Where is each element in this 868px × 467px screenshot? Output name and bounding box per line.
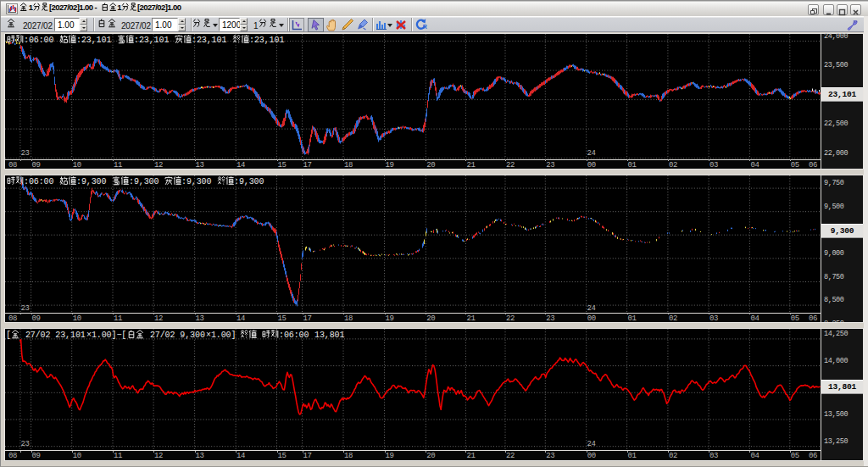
svg-text:R: R — [423, 24, 427, 30]
svg-text::9,300: :9,300 — [129, 177, 159, 186]
svg-text:[2027/02]1.00: [2027/02]1.00 — [137, 3, 181, 12]
svg-text:1: 1 — [117, 3, 122, 12]
svg-text::9,300: :9,300 — [76, 177, 107, 186]
svg-text::23,101: :23,101 — [134, 36, 169, 45]
svg-text:×1.00]: ×1.00] — [206, 331, 236, 340]
svg-text::23,101: :23,101 — [192, 36, 226, 45]
svg-text:[2027/02]1.00 -: [2027/02]1.00 - — [49, 3, 97, 12]
svg-text:27/02 23,101: 27/02 23,101 — [20, 331, 86, 340]
svg-text::06:00: :06:00 — [24, 36, 54, 45]
svg-text::23,101: :23,101 — [249, 36, 284, 45]
svg-text::9,300: :9,300 — [234, 177, 264, 186]
svg-text:×1.00]−[: ×1.00]−[ — [86, 331, 126, 340]
svg-text::9,300: :9,300 — [181, 177, 212, 186]
svg-text:1: 1 — [29, 3, 34, 12]
svg-text:13,801: 13,801 — [314, 331, 345, 340]
svg-text::23,101: :23,101 — [76, 36, 111, 45]
svg-text:[: [ — [6, 331, 11, 340]
svg-text::06:00: :06:00 — [24, 177, 54, 186]
svg-text:27/02 9,300: 27/02 9,300 — [145, 331, 205, 340]
svg-text::06:00: :06:00 — [279, 331, 309, 340]
